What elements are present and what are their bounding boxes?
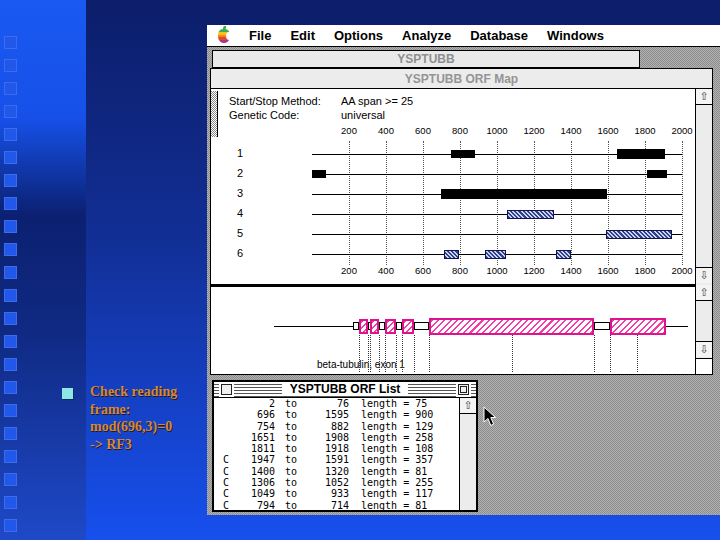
orf-bar[interactable] xyxy=(507,210,554,219)
list-cell: 1811 xyxy=(237,443,275,454)
orf-bar[interactable] xyxy=(444,250,459,259)
list-cell: to xyxy=(275,454,307,465)
axis-tick-top: 400 xyxy=(369,125,403,136)
menu-items: FileEditOptionsAnalyzeDatabaseWindows xyxy=(249,28,604,43)
slide-square xyxy=(4,519,17,532)
orf-list-row[interactable]: 696to1595length = 900 xyxy=(214,409,444,420)
orf-bar[interactable] xyxy=(485,250,506,259)
exon-box[interactable] xyxy=(359,319,368,334)
slide-square xyxy=(4,266,17,279)
orf-list-rows: 2to76length = 75696to1595length = 900754… xyxy=(214,398,444,510)
orf-bar[interactable] xyxy=(312,170,326,178)
scroll-down-icon[interactable]: ⇩ xyxy=(696,267,712,283)
list-scrollbar[interactable]: ⇧ xyxy=(459,398,476,510)
scroll-down-icon[interactable]: ⇩ xyxy=(696,341,712,357)
orf-bar[interactable] xyxy=(606,230,672,239)
zoom-box-icon[interactable] xyxy=(458,384,469,395)
orf-list-titlebar[interactable]: YSPTUBB ORF List xyxy=(214,382,476,398)
slide-square xyxy=(4,82,17,95)
gridline xyxy=(534,141,535,265)
orf-map-window: YSPTUBB ORF Map Start/Stop Method: AA sp… xyxy=(210,68,713,375)
menu-item-windows[interactable]: Windows xyxy=(547,28,604,43)
list-cell: 1052 xyxy=(307,477,349,488)
exon-box[interactable] xyxy=(402,319,414,334)
gridline xyxy=(460,141,461,265)
list-cell: length = 258 xyxy=(361,432,433,443)
orf-list-row[interactable]: 2to76length = 75 xyxy=(214,398,444,409)
axis-tick-top: 1400 xyxy=(554,125,588,136)
orf-list-row[interactable]: C1049to933length = 117 xyxy=(214,488,444,499)
orf-list-row[interactable]: C1306to1052length = 255 xyxy=(214,477,444,488)
axis-tick-top: 1800 xyxy=(628,125,662,136)
annotation-dropline xyxy=(359,335,360,372)
menu-item-edit[interactable]: Edit xyxy=(290,28,315,43)
list-cell: C xyxy=(214,488,237,499)
orf-bar[interactable] xyxy=(451,150,475,158)
orf-bar[interactable] xyxy=(647,170,667,178)
note-line: -> RF3 xyxy=(90,436,208,454)
slide-square xyxy=(4,473,17,486)
exon-box[interactable] xyxy=(370,319,379,334)
slide-square xyxy=(4,358,17,371)
list-cell: length = 117 xyxy=(361,488,433,499)
gridline xyxy=(349,141,350,265)
slide-square xyxy=(4,381,17,394)
back-window-titlebar[interactable]: YSPTUBB xyxy=(212,50,640,68)
scroll-up-icon[interactable]: ⇧ xyxy=(696,89,712,105)
orf-map-chart: 2002004004006006008008001000100012001200… xyxy=(211,89,695,284)
axis-tick-bottom: 1200 xyxy=(517,265,551,276)
apple-menu-icon[interactable] xyxy=(218,29,230,43)
axis-tick-top: 200 xyxy=(332,125,366,136)
list-cell xyxy=(214,421,237,432)
orf-list-row[interactable]: 1651to1908length = 258 xyxy=(214,432,444,443)
gridline xyxy=(608,141,609,265)
exon-box[interactable] xyxy=(610,318,666,335)
annotation-dropline xyxy=(370,335,371,372)
orf-bar[interactable] xyxy=(556,250,571,259)
list-cell: 1918 xyxy=(307,443,349,454)
slide-square xyxy=(4,59,17,72)
list-cell: to xyxy=(275,443,307,454)
bullet-square-icon xyxy=(62,388,73,399)
menu-item-analyze[interactable]: Analyze xyxy=(402,28,451,43)
axis-tick-bottom: 1600 xyxy=(591,265,625,276)
scroll-up-icon[interactable]: ⇧ xyxy=(460,398,476,414)
gridline xyxy=(497,141,498,265)
orf-list-row[interactable]: 1811to1918length = 108 xyxy=(214,443,444,454)
close-box-icon[interactable] xyxy=(221,384,232,395)
list-cell: 1908 xyxy=(307,432,349,443)
orf-bar[interactable] xyxy=(617,149,665,159)
axis-tick-top: 1000 xyxy=(480,125,514,136)
menu-item-database[interactable]: Database xyxy=(470,28,528,43)
menu-item-file[interactable]: File xyxy=(249,28,271,43)
note-line: frame: xyxy=(90,401,208,419)
list-cell: 882 xyxy=(307,421,349,432)
orf-list-row[interactable]: 754to882length = 129 xyxy=(214,421,444,432)
exon-box[interactable] xyxy=(385,319,395,334)
list-cell: to xyxy=(275,477,307,488)
axis-tick-top: 800 xyxy=(443,125,477,136)
slide-square xyxy=(4,335,17,348)
menu-item-options[interactable]: Options xyxy=(334,28,383,43)
note-line: mod(696,3)=0 xyxy=(90,418,208,436)
annotation-dropline xyxy=(368,335,369,372)
scroll-up-icon[interactable]: ⇧ xyxy=(696,285,712,301)
slide-square xyxy=(4,36,17,49)
gridline xyxy=(423,141,424,265)
gridline xyxy=(386,141,387,265)
orf-list-row[interactable]: C1947to1591length = 357 xyxy=(214,454,444,465)
orf-map-titlebar[interactable]: YSPTUBB ORF Map xyxy=(211,69,712,89)
list-cell: length = 900 xyxy=(361,409,433,420)
exon-box[interactable] xyxy=(429,318,594,335)
note-line: Check reading xyxy=(90,383,208,401)
annotation-dropline xyxy=(396,335,397,372)
list-cell: 1591 xyxy=(307,454,349,465)
orf-bar[interactable] xyxy=(441,189,607,199)
annotation-dropline xyxy=(402,335,403,372)
list-cell: to xyxy=(275,398,307,409)
orf-list-row[interactable]: C1400to1320length = 81 xyxy=(214,466,444,477)
orf-list-row[interactable]: C794to714length = 81 xyxy=(214,500,444,510)
slide-square xyxy=(4,289,17,302)
map-scrollbar[interactable]: ⇧ ⇩ ⇧ ⇩ xyxy=(695,89,712,374)
axis-tick-bottom: 400 xyxy=(369,265,403,276)
